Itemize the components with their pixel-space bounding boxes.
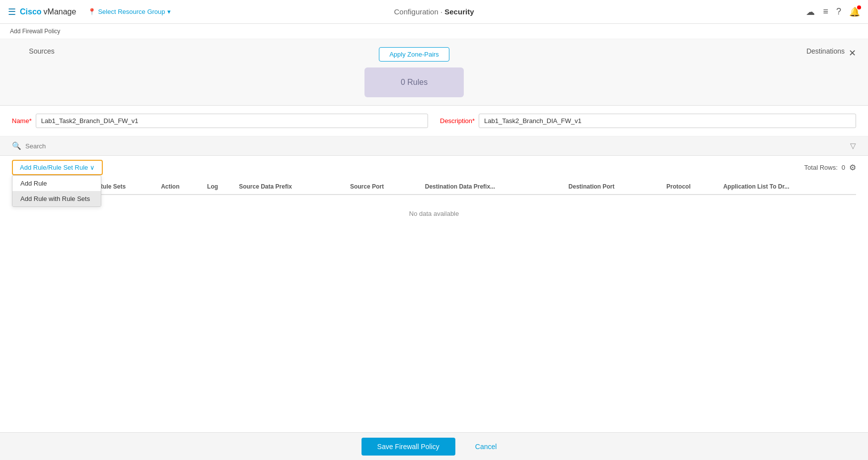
cloud-icon[interactable]: ☁ xyxy=(806,6,815,17)
sources-label: Sources xyxy=(29,47,54,55)
breadcrumb-text: Add Firewall Policy xyxy=(10,28,60,35)
hamburger-icon[interactable]: ☰ xyxy=(8,6,16,17)
add-rule-dropdown-wrap: Add Rule/Rule Set Rule ∨ Add Rule Add Ru… xyxy=(12,160,103,175)
no-data-row: No data available xyxy=(12,195,856,232)
close-zone-icon[interactable]: ✕ xyxy=(849,48,856,59)
description-input[interactable] xyxy=(479,114,856,128)
chevron-down-icon: ∨ xyxy=(90,164,95,171)
add-rule-with-rule-sets-item[interactable]: Add Rule with Rule Sets xyxy=(12,191,101,206)
add-rule-item[interactable]: Add Rule xyxy=(12,176,101,191)
filter-icon[interactable]: ▽ xyxy=(850,141,856,150)
add-rule-dropdown-menu: Add Rule Add Rule with Rule Sets xyxy=(12,175,101,207)
col-app-list: Application List To Dr... xyxy=(720,179,856,195)
header-left: ☰ Cisco vManage 📍 Select Resource Group … xyxy=(8,6,171,17)
col-rule-sets: Rule Sets xyxy=(95,179,158,195)
col-protocol: Protocol xyxy=(663,179,720,195)
page-title: Configuration xyxy=(394,7,438,16)
total-rows-label: Total Rows: xyxy=(804,164,838,171)
search-input-wrap: 🔍 xyxy=(12,141,850,150)
columns-settings-icon[interactable]: ⚙ xyxy=(849,163,856,172)
footer: Save Firewall Policy Cancel xyxy=(0,432,868,460)
name-input[interactable] xyxy=(36,114,428,128)
rules-count-text: 0 Rules xyxy=(401,78,428,87)
add-rule-button[interactable]: Add Rule/Rule Set Rule ∨ xyxy=(12,160,103,175)
help-icon[interactable]: ? xyxy=(836,6,841,17)
resource-group-selector[interactable]: 📍 Select Resource Group ▾ xyxy=(88,8,170,15)
search-section: 🔍 ▽ xyxy=(0,136,868,156)
apply-zone-pairs-button[interactable]: Apply Zone-Pairs xyxy=(379,47,449,62)
zone-pairs-section: Sources Apply Zone-Pairs 0 Rules Destina… xyxy=(0,39,868,106)
page-title-area: Configuration · Security xyxy=(394,7,474,16)
page-subtitle: Security xyxy=(444,7,474,16)
description-field-group: Description* xyxy=(440,114,856,128)
resource-group-label: Select Resource Group xyxy=(98,8,165,15)
table-header-row: Order Name Rule Sets Action Log Source D… xyxy=(12,179,856,195)
rules-table-wrap: Order Name Rule Sets Action Log Source D… xyxy=(0,179,868,232)
header-right: ☁ ≡ ? 🔔 xyxy=(806,6,860,17)
brand-cisco: Cisco xyxy=(20,7,42,16)
apps-menu-icon[interactable]: ≡ xyxy=(823,6,828,17)
table-right-controls: Total Rows: 0 ⚙ xyxy=(804,163,856,172)
table-controls: Add Rule/Rule Set Rule ∨ Add Rule Add Ru… xyxy=(0,156,868,179)
col-source-data-prefix: Source Data Prefix xyxy=(236,179,347,195)
save-firewall-policy-button[interactable]: Save Firewall Policy xyxy=(362,438,455,456)
col-dest-port: Destination Port xyxy=(566,179,663,195)
col-action: Action xyxy=(158,179,204,195)
rules-table: Order Name Rule Sets Action Log Source D… xyxy=(12,179,856,232)
col-source-port: Source Port xyxy=(347,179,422,195)
destinations-label: Destinations xyxy=(806,47,845,55)
search-icon: 🔍 xyxy=(12,141,21,150)
rules-count-box: 0 Rules xyxy=(364,67,464,97)
add-rule-label: Add Rule/Rule Set Rule xyxy=(20,164,88,171)
name-field-group: Name* xyxy=(12,114,428,128)
location-icon: 📍 xyxy=(88,8,96,15)
name-label: Name* xyxy=(12,117,32,125)
no-data-cell: No data available xyxy=(12,195,856,232)
notification-badge xyxy=(857,5,861,9)
notification-bell-icon[interactable]: 🔔 xyxy=(849,6,860,17)
col-dest-data-prefix: Destination Data Prefix... xyxy=(422,179,566,195)
total-rows-value: 0 xyxy=(842,164,845,171)
description-label: Description* xyxy=(440,117,475,125)
zone-center: Apply Zone-Pairs 0 Rules xyxy=(72,47,757,97)
search-input[interactable] xyxy=(25,142,850,150)
cancel-button[interactable]: Cancel xyxy=(465,438,507,456)
sources-col: Sources xyxy=(12,47,72,59)
breadcrumb: Add Firewall Policy xyxy=(0,24,868,39)
col-log: Log xyxy=(204,179,236,195)
destinations-col: Destinations ✕ xyxy=(757,47,856,59)
brand-vmanage: vManage xyxy=(44,7,76,16)
form-section: Name* Description* xyxy=(0,106,868,136)
header: ☰ Cisco vManage 📍 Select Resource Group … xyxy=(0,0,868,24)
chevron-down-icon: ▾ xyxy=(167,8,171,15)
brand: Cisco vManage xyxy=(20,7,76,16)
